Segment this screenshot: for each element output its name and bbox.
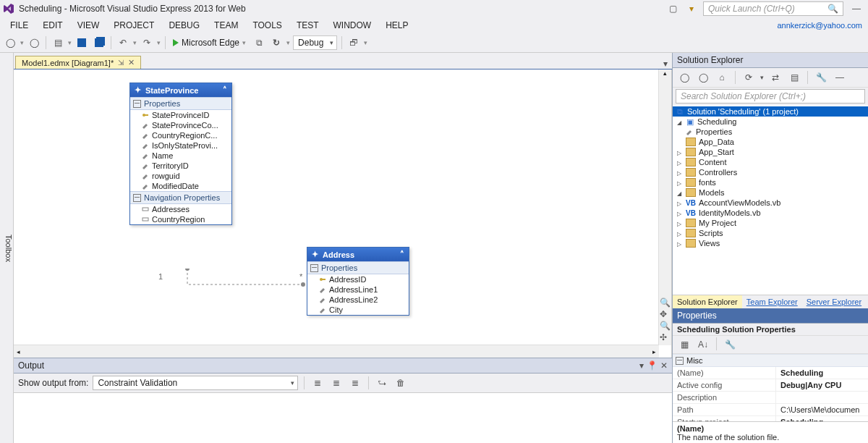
chevron-up-icon[interactable]: ˄ bbox=[223, 85, 227, 95]
menu-team[interactable]: TEAM bbox=[207, 19, 245, 32]
expand-icon[interactable] bbox=[676, 188, 683, 197]
redo-button[interactable]: ↷ bbox=[140, 35, 154, 50]
props-row[interactable]: Startup projectScheduling bbox=[673, 416, 868, 421]
nav-property-row[interactable]: Addresses bbox=[130, 204, 231, 214]
entity-address[interactable]: ✦ Address ˄ Properties AddressID Address… bbox=[307, 247, 409, 316]
property-row[interactable]: CountryRegionC... bbox=[130, 130, 231, 140]
tree-node[interactable]: App_Start bbox=[673, 147, 868, 157]
tab-team-explorer[interactable]: Team Explorer bbox=[742, 295, 802, 308]
menu-test[interactable]: TEST bbox=[289, 19, 326, 32]
expand-icon[interactable] bbox=[676, 178, 683, 187]
solution-explorer-search[interactable]: Search Solution Explorer (Ctrl+;) bbox=[676, 89, 865, 104]
feedback-icon[interactable]: ▢ bbox=[665, 1, 680, 16]
zoom-in-icon[interactable]: 🔍 bbox=[660, 298, 671, 308]
output-text-area[interactable] bbox=[14, 393, 672, 443]
output-close-button[interactable]: ✕ bbox=[660, 360, 668, 371]
property-row[interactable]: rowguid bbox=[130, 171, 231, 181]
menu-project[interactable]: PROJECT bbox=[106, 19, 161, 32]
output-menu-button[interactable]: ▾ bbox=[639, 360, 644, 371]
pan-icon[interactable]: ✣ bbox=[660, 332, 671, 342]
collapse-icon[interactable] bbox=[676, 357, 684, 365]
expand-icon[interactable] bbox=[676, 239, 683, 248]
property-row[interactable]: ModifiedDate bbox=[130, 181, 231, 191]
tree-node[interactable]: Content bbox=[673, 157, 868, 167]
expand-icon[interactable] bbox=[676, 158, 683, 166]
menu-debug[interactable]: DEBUG bbox=[161, 19, 207, 32]
property-row[interactable]: IsOnlyStateProvi... bbox=[130, 140, 231, 151]
tab-server-explorer[interactable]: Server Explorer bbox=[802, 295, 866, 308]
expand-icon[interactable] bbox=[676, 208, 683, 217]
se-preview-button[interactable]: — bbox=[833, 70, 847, 85]
chevron-up-icon[interactable]: ˄ bbox=[400, 250, 404, 259]
refresh-button[interactable]: ↻ bbox=[269, 35, 284, 50]
document-tab[interactable]: Model1.edmx [Diagram1]* ⇲ ✕ bbox=[15, 56, 141, 69]
property-row[interactable]: StateProvinceID bbox=[130, 110, 231, 120]
expand-icon[interactable] bbox=[676, 198, 683, 207]
menu-window[interactable]: WINDOW bbox=[326, 19, 379, 32]
property-row[interactable]: AddressLine2 bbox=[307, 295, 409, 305]
fit-icon[interactable]: ✥ bbox=[660, 309, 671, 319]
se-showall-button[interactable]: ▤ bbox=[787, 70, 801, 85]
nav-forward-button[interactable]: ◯ bbox=[27, 35, 41, 50]
menu-file[interactable]: FILE bbox=[3, 19, 35, 32]
property-row[interactable]: AddressID bbox=[307, 274, 409, 284]
expand-icon[interactable] bbox=[676, 219, 683, 227]
output-wordwrap-button[interactable]: ⮑ bbox=[375, 376, 389, 390]
save-all-button[interactable] bbox=[92, 35, 106, 50]
browser-link-button[interactable]: ⧉ bbox=[252, 35, 266, 50]
menu-view[interactable]: VIEW bbox=[70, 19, 107, 32]
signed-in-user[interactable]: annkerzick@yahoo.com bbox=[777, 21, 865, 30]
output-pin-button[interactable]: 📍 bbox=[647, 360, 658, 371]
designer-vertical-scrollbar[interactable]: ▴ 🔍 ✥ 🔍 ✣ bbox=[658, 69, 671, 345]
props-row[interactable]: (Name)Scheduling bbox=[673, 367, 868, 379]
tree-node[interactable]: Scripts bbox=[673, 228, 868, 238]
se-properties-button[interactable]: 🔧 bbox=[814, 70, 828, 85]
tree-node[interactable]: App_Data bbox=[673, 137, 868, 147]
property-row[interactable]: AddressLine1 bbox=[307, 284, 409, 295]
minimize-button[interactable]: — bbox=[852, 4, 861, 14]
edmx-designer-surface[interactable]: ✦ StateProvince ˄ Properties StateProvin… bbox=[14, 69, 672, 358]
expand-icon[interactable] bbox=[676, 117, 683, 126]
props-category-row[interactable]: Misc bbox=[673, 354, 868, 367]
tree-solution-node[interactable]: ⧉Solution 'Scheduling' (1 project) bbox=[673, 106, 868, 117]
tree-project-node[interactable]: ▣Scheduling bbox=[673, 117, 868, 127]
menu-edit[interactable]: EDIT bbox=[35, 19, 69, 32]
menu-tools[interactable]: TOOLS bbox=[245, 19, 289, 32]
expand-icon[interactable] bbox=[676, 168, 683, 177]
property-row[interactable]: TerritoryID bbox=[130, 161, 231, 171]
output-clear-button[interactable]: 🗑 bbox=[393, 376, 408, 390]
output-from-dropdown[interactable]: Constraint Validation bbox=[93, 376, 298, 390]
props-alpha-button[interactable]: A↓ bbox=[696, 337, 710, 352]
tree-node[interactable]: My Project bbox=[673, 218, 868, 228]
menu-help[interactable]: HELP bbox=[378, 19, 415, 32]
se-sync-button[interactable]: ⇄ bbox=[768, 70, 783, 85]
props-row[interactable]: Active configDebug|Any CPU bbox=[673, 379, 868, 392]
designer-horizontal-scrollbar[interactable]: ◂ ▸ bbox=[14, 345, 659, 358]
collapse-icon[interactable] bbox=[133, 100, 141, 108]
publish-button[interactable]: 🗗 bbox=[346, 35, 361, 50]
se-refresh-button[interactable]: ⟳ bbox=[741, 70, 756, 85]
new-project-button[interactable]: ▤ bbox=[51, 35, 65, 50]
config-dropdown[interactable]: Debug bbox=[293, 35, 337, 50]
undo-button[interactable]: ↶ bbox=[116, 35, 130, 50]
tree-node[interactable]: fonts bbox=[673, 177, 868, 187]
output-tool-button[interactable]: ≣ bbox=[310, 376, 325, 390]
props-categorized-button[interactable]: ▦ bbox=[677, 337, 692, 352]
props-row[interactable]: Description bbox=[673, 392, 868, 404]
tree-node[interactable]: Controllers bbox=[673, 167, 868, 177]
pin-icon[interactable]: ⇲ bbox=[118, 59, 124, 67]
close-tab-button[interactable]: ✕ bbox=[128, 58, 135, 67]
doc-tab-menu-button[interactable]: ▾ bbox=[659, 59, 672, 69]
nav-back-button[interactable]: ◯ bbox=[3, 35, 17, 50]
property-row[interactable]: StateProvinceCo... bbox=[130, 120, 231, 130]
collapse-icon[interactable] bbox=[133, 194, 141, 202]
se-forward-button[interactable]: ◯ bbox=[696, 70, 710, 85]
output-tool-button[interactable]: ≣ bbox=[329, 376, 344, 390]
save-button[interactable] bbox=[75, 35, 89, 50]
tree-file-node[interactable]: VBAccountViewModels.vb bbox=[673, 198, 868, 208]
zoom-out-icon[interactable]: 🔍 bbox=[660, 321, 671, 331]
tree-file-node[interactable]: VBIdentityModels.vb bbox=[673, 208, 868, 218]
tree-node[interactable]: Properties bbox=[673, 127, 868, 137]
entity-stateprovince[interactable]: ✦ StateProvince ˄ Properties StateProvin… bbox=[129, 83, 232, 225]
property-row[interactable]: Name bbox=[130, 151, 231, 161]
